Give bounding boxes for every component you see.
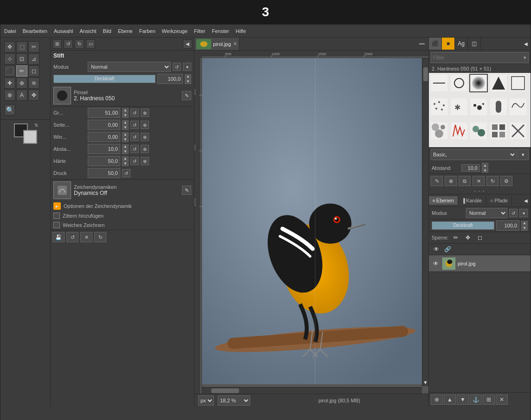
field-harte-link[interactable]: ⊕ (141, 157, 149, 165)
zoom-select[interactable]: 18,2 % (218, 395, 250, 406)
layer-chain-btn[interactable]: 🔗 (443, 245, 452, 254)
brush-cell-1[interactable] (431, 75, 447, 91)
brush-duplicate-action[interactable]: ⧉ (459, 176, 471, 186)
canvas-tab-active[interactable]: pirol.jpg ✕ (194, 38, 240, 50)
panel-icon-gradient[interactable]: ◫ (468, 38, 481, 50)
brush-cell-12[interactable] (451, 123, 467, 139)
field-harte-spinner[interactable]: ▲ ▼ (122, 156, 129, 166)
brush-preview[interactable] (53, 87, 71, 104)
modus-select[interactable]: Normal (88, 62, 171, 72)
field-win-spinner[interactable]: ▲ ▼ (122, 132, 129, 142)
menu-fenster[interactable]: Fenster (210, 27, 231, 35)
druck-input[interactable] (88, 168, 120, 178)
scrollbar-vertical[interactable]: ▼ (422, 58, 428, 386)
deckkraft-input[interactable] (157, 74, 183, 84)
dynamics-icon[interactable] (53, 181, 71, 199)
redo-btn[interactable]: ↻ (75, 39, 84, 49)
field-win-reset[interactable]: ↺ (130, 133, 139, 141)
layer-item-pirol[interactable]: 👁 pirol.jpg (429, 255, 531, 272)
modus-reset-btn[interactable]: ↺ (173, 63, 181, 71)
tab-pfade[interactable]: ⊹ Pfade (486, 196, 512, 205)
layers-panel-collapse[interactable]: ◀ (521, 194, 531, 207)
spacing-spinner[interactable]: ▲ ▼ (482, 163, 488, 173)
checkbox-weiches[interactable] (53, 222, 60, 228)
brush-cell-10[interactable] (510, 98, 526, 115)
brushes-category-select[interactable]: Basic, (431, 149, 517, 160)
field-absta-input[interactable] (88, 144, 120, 154)
tool-fill[interactable]: ⬛ (4, 65, 15, 77)
tool-smudge[interactable]: ≋ (28, 78, 39, 89)
brush-new-action[interactable]: ⊕ (445, 176, 457, 186)
field-seite-link[interactable]: ⊕ (141, 121, 149, 129)
deckkraft-spinner[interactable]: ▲ ▼ (185, 74, 191, 84)
menu-ansicht[interactable]: Ansicht (78, 27, 98, 35)
layers-mode-extra[interactable]: ▾ (519, 209, 528, 217)
field-gr-input[interactable] (88, 108, 120, 118)
field-gr-reset[interactable]: ↺ (130, 109, 139, 117)
scrollbar-horizontal[interactable] (202, 387, 422, 394)
menu-bearbeiten[interactable]: Bearbeiten (21, 27, 49, 35)
brush-cell-2[interactable] (451, 75, 467, 91)
brush-edit-action[interactable]: ✎ (431, 176, 443, 186)
panel-collapse-btn[interactable]: ◀ (521, 38, 531, 50)
brush-cell-4[interactable] (490, 75, 507, 91)
field-gr-spinner[interactable]: ▲ ▼ (122, 108, 129, 118)
layers-delete-btn[interactable]: ✕ (496, 394, 508, 405)
tool-zoom[interactable]: 🔍 (4, 104, 15, 116)
tool-measure[interactable]: ✤ (28, 90, 39, 101)
layer-eye-all-btn[interactable]: 👁 (432, 245, 441, 254)
brush-delete-action[interactable]: ✕ (473, 176, 485, 186)
panel-icon-brush[interactable]: ⬛ (429, 38, 442, 50)
field-harte-reset[interactable]: ↺ (130, 157, 139, 165)
lock-position-btn[interactable]: ✥ (463, 233, 473, 242)
brush-cell-8[interactable] (470, 98, 487, 115)
menu-datei[interactable]: Datei (2, 27, 18, 35)
tool-perspective[interactable]: ⊹ (4, 53, 15, 65)
layers-new-btn[interactable]: ⊕ (431, 394, 443, 405)
brush-cell-6[interactable] (431, 98, 447, 115)
brush-cell-14[interactable] (490, 123, 507, 139)
checkbox-zittern[interactable] (53, 213, 60, 219)
lock-pixels-btn[interactable]: ✏ (451, 233, 460, 242)
layers-raise-btn[interactable]: ▲ (444, 394, 456, 405)
layers-mode-reset[interactable]: ↺ (509, 209, 518, 217)
tool-pen[interactable]: ✏ (16, 65, 27, 77)
layer-eye-pirol[interactable]: 👁 (432, 259, 440, 268)
field-win-input[interactable] (88, 132, 120, 142)
menu-werkzeuge[interactable]: Werkzeuge (160, 27, 189, 35)
tool-heal[interactable]: ✚ (4, 78, 15, 89)
panel-icon-patterns[interactable]: ■ (442, 38, 455, 50)
layers-lower-btn[interactable]: ▼ (457, 394, 469, 405)
field-seite-input[interactable] (88, 120, 120, 130)
canvas-image[interactable] (202, 58, 428, 384)
filter-dropdown[interactable]: ▾ (522, 54, 528, 62)
options-expand-btn[interactable]: ▸ (53, 202, 61, 210)
tool-extra-btn[interactable]: ↻ (94, 232, 106, 242)
dynamics-edit-btn[interactable]: ✎ (182, 186, 191, 195)
scroll-bottom-arrow[interactable]: ▼ (423, 380, 428, 386)
brush-settings-action[interactable]: ⚙ (500, 176, 512, 186)
brush-cell-7[interactable]: ✱ (451, 98, 467, 115)
tool-text[interactable]: A (16, 90, 27, 101)
field-absta-spinner[interactable]: ▲ ▼ (122, 144, 129, 154)
field-win-link[interactable]: ⊕ (141, 133, 149, 141)
field-absta-reset[interactable]: ↺ (130, 145, 139, 153)
modus-menu-btn[interactable]: ▾ (183, 63, 191, 71)
scrollbar-thumb-h[interactable] (211, 388, 239, 393)
scrollbar-thumb-v[interactable] (423, 67, 428, 81)
collapse-panel-btn[interactable]: ◀ (183, 39, 192, 49)
tool-rect-select[interactable]: ⬚ (16, 41, 27, 52)
tool-reset-all-btn[interactable]: ↺ (66, 232, 78, 242)
field-harte-input[interactable] (88, 156, 120, 166)
swap-colors-icon[interactable]: ⇅ (34, 123, 38, 128)
brush-refresh-action[interactable]: ↻ (486, 176, 499, 186)
menu-filter[interactable]: Filter (192, 27, 207, 35)
background-color[interactable] (23, 130, 37, 144)
tool-path[interactable]: ⊕ (4, 90, 15, 101)
layers-opacity-spinner[interactable]: ▲ ▼ (521, 221, 528, 231)
tool-save-btn[interactable]: 💾 (52, 232, 65, 242)
brush-edit-btn[interactable]: ✎ (182, 91, 191, 100)
tool-clone[interactable]: ⊕ (16, 78, 27, 89)
panel-btn4[interactable]: ▭ (86, 39, 95, 49)
brush-grid[interactable]: ✱ (429, 73, 531, 147)
